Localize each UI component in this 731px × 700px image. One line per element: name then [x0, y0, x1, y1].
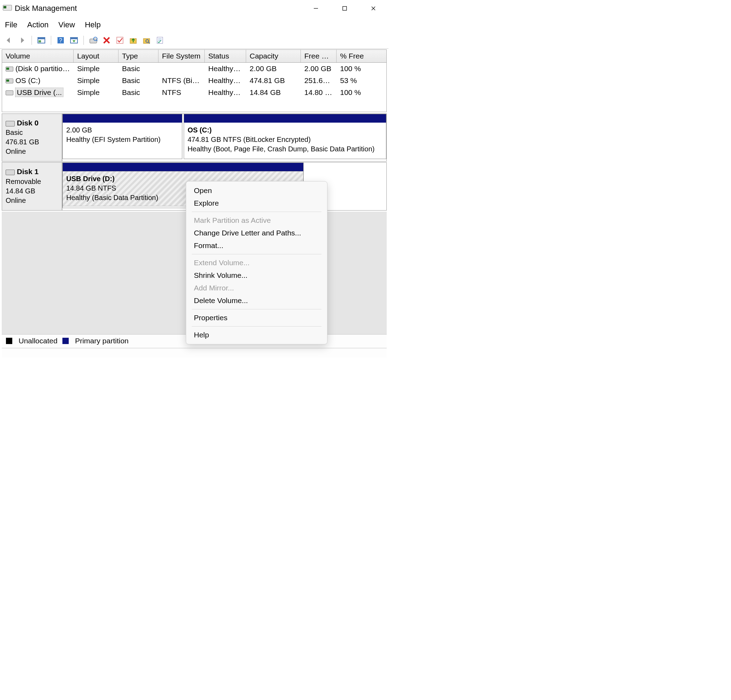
- menu-item-format[interactable]: Format...: [186, 239, 327, 252]
- volume-layout: Simple: [73, 64, 119, 73]
- column-filesystem[interactable]: File System: [159, 50, 205, 62]
- volume-type: Basic: [119, 76, 159, 85]
- volume-capacity: 14.84 GB: [246, 88, 301, 97]
- partition-status: Healthy (EFI System Partition): [66, 135, 178, 144]
- menu-item-properties[interactable]: Properties: [186, 312, 327, 324]
- volume-name: USB Drive (...: [15, 88, 63, 97]
- volume-row[interactable]: (Disk 0 partition 1) Simple Basic Health…: [2, 63, 386, 75]
- legend-label-primary: Primary partition: [75, 337, 129, 345]
- column-type[interactable]: Type: [119, 50, 159, 62]
- title-bar: Disk Management: [0, 0, 389, 17]
- disk-size: 476.81 GB: [6, 137, 58, 147]
- svg-rect-10: [70, 38, 78, 39]
- menu-item-open[interactable]: Open: [186, 184, 327, 197]
- partition-header-bar: [63, 163, 303, 171]
- menu-item-mark-active: Mark Partition as Active: [186, 214, 327, 227]
- volume-pct: 100 %: [336, 64, 382, 73]
- partition-status: Healthy (Boot, Page File, Crash Dump, Ba…: [188, 144, 383, 154]
- disk-state: Online: [6, 196, 58, 205]
- column-layout[interactable]: Layout: [73, 50, 119, 62]
- disk-info-cell[interactable]: Disk 0 Basic 476.81 GB Online: [2, 114, 62, 161]
- folder-search-icon[interactable]: [141, 35, 152, 45]
- refresh-button[interactable]: [88, 35, 98, 45]
- context-menu: Open Explore Mark Partition as Active Ch…: [186, 181, 327, 344]
- app-icon: [3, 5, 11, 12]
- disk-state: Online: [6, 147, 58, 156]
- volume-status: Healthy (B...: [205, 76, 246, 85]
- volume-type: Basic: [119, 64, 159, 73]
- status-bar: [2, 348, 387, 358]
- volume-free: 251.63 GB: [301, 76, 336, 85]
- volume-name: OS (C:): [15, 76, 40, 85]
- menu-item-delete[interactable]: Delete Volume...: [186, 294, 327, 307]
- svg-rect-6: [38, 40, 41, 42]
- folder-up-icon[interactable]: [128, 35, 138, 45]
- disk-row: Disk 0 Basic 476.81 GB Online 2.00 GB He…: [2, 114, 387, 161]
- svg-marker-11: [73, 40, 75, 42]
- menu-item-help[interactable]: Help: [186, 329, 327, 341]
- menu-action[interactable]: Action: [27, 21, 48, 29]
- volume-capacity: 2.00 GB: [246, 64, 301, 73]
- toolbar: ?: [0, 34, 389, 49]
- partition-header-bar: [63, 114, 182, 123]
- forward-button[interactable]: [17, 35, 27, 45]
- volume-list: Volume Layout Type File System Status Ca…: [2, 50, 387, 112]
- delete-icon[interactable]: [101, 35, 112, 45]
- menu-item-shrink[interactable]: Shrink Volume...: [186, 269, 327, 282]
- volume-fs: [159, 64, 205, 73]
- minimize-button[interactable]: [310, 3, 322, 15]
- volume-row[interactable]: OS (C:) Simple Basic NTFS (BitLo... Heal…: [2, 75, 386, 86]
- menu-help[interactable]: Help: [85, 21, 101, 29]
- disk-size: 14.84 GB: [6, 186, 58, 196]
- partition-size: 2.00 GB: [66, 125, 178, 135]
- volume-layout: Simple: [73, 76, 119, 85]
- drive-icon: [6, 67, 13, 72]
- volume-list-header: Volume Layout Type File System Status Ca…: [2, 50, 386, 63]
- menu-item-explore[interactable]: Explore: [186, 197, 327, 209]
- disk-kind: Basic: [6, 128, 58, 137]
- volume-row[interactable]: USB Drive (... Simple Basic NTFS Healthy…: [2, 86, 386, 98]
- svg-text:?: ?: [59, 38, 62, 44]
- partition-header-bar: [184, 114, 386, 123]
- disk-icon: [6, 170, 15, 175]
- svg-rect-5: [38, 38, 45, 39]
- column-pct-free[interactable]: % Free: [336, 50, 382, 62]
- window-title: Disk Management: [15, 4, 77, 13]
- action-list-button[interactable]: [69, 35, 79, 45]
- disk-icon: [6, 121, 15, 126]
- menu-item-add-mirror: Add Mirror...: [186, 282, 327, 294]
- svg-rect-1: [343, 7, 347, 10]
- menu-item-extend: Extend Volume...: [186, 256, 327, 269]
- svg-rect-12: [90, 39, 97, 43]
- volume-fs: NTFS: [159, 88, 205, 97]
- volume-status: Healthy (E...: [205, 64, 246, 73]
- menu-bar: File Action View Help: [0, 17, 389, 34]
- column-capacity[interactable]: Capacity: [246, 50, 301, 62]
- check-icon[interactable]: [114, 35, 125, 45]
- drive-icon: [6, 79, 13, 83]
- help-button[interactable]: ?: [56, 35, 66, 45]
- column-status[interactable]: Status: [205, 50, 246, 62]
- legend-swatch-primary: [62, 338, 69, 344]
- disk-info-cell[interactable]: Disk 1 Removable 14.84 GB Online: [2, 163, 62, 210]
- column-volume[interactable]: Volume: [2, 50, 73, 62]
- volume-free: 2.00 GB: [301, 64, 336, 73]
- column-free[interactable]: Free Spa...: [301, 50, 336, 62]
- partition-title: OS (C:): [188, 125, 383, 135]
- partition-box[interactable]: 2.00 GB Healthy (EFI System Partition): [62, 114, 182, 159]
- disk-name: Disk 1: [17, 167, 38, 176]
- properties-icon[interactable]: [155, 35, 165, 45]
- menu-item-change-letter[interactable]: Change Drive Letter and Paths...: [186, 227, 327, 239]
- close-button[interactable]: [367, 3, 379, 15]
- volume-capacity: 474.81 GB: [246, 76, 301, 85]
- menu-file[interactable]: File: [5, 21, 17, 29]
- volume-status: Healthy (B...: [205, 88, 246, 97]
- show-hide-console-tree-button[interactable]: [36, 35, 47, 45]
- volume-layout: Simple: [73, 88, 119, 97]
- disk-kind: Removable: [6, 177, 58, 186]
- maximize-button[interactable]: [339, 3, 351, 15]
- back-button[interactable]: [3, 35, 14, 45]
- legend-label-unallocated: Unallocated: [19, 337, 57, 345]
- menu-view[interactable]: View: [59, 21, 75, 29]
- partition-box[interactable]: OS (C:) 474.81 GB NTFS (BitLocker Encryp…: [184, 114, 386, 159]
